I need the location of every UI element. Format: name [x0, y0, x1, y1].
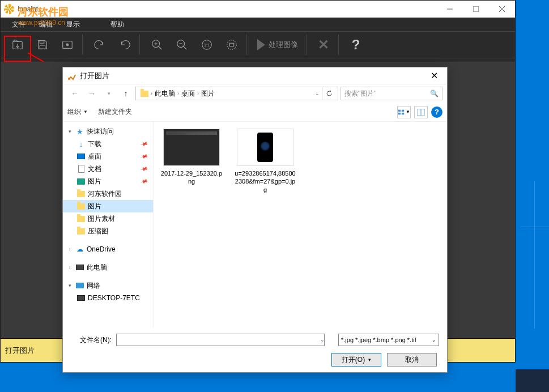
svg-point-21 — [68, 78, 70, 80]
file-list[interactable]: 2017-12-29_152320.png u=2932865174,88500… — [154, 122, 447, 328]
thumbnail — [237, 129, 293, 166]
cancel-button[interactable]: 取消 — [387, 353, 437, 367]
menu-file[interactable]: 文件 — [5, 18, 32, 31]
svg-rect-23 — [402, 109, 404, 111]
taskbar-fragment — [516, 369, 549, 392]
folder-icon — [141, 91, 148, 97]
filetype-combo[interactable]: *.jpg *.jpeg *.bmp *.png *.tif⌄ — [338, 334, 439, 346]
dialog-close-button[interactable]: ✕ — [421, 67, 447, 84]
star-icon: ★ — [75, 127, 84, 135]
clear-button[interactable]: ✕ — [312, 33, 335, 56]
breadcrumb-desktop[interactable]: 桌面 — [179, 89, 197, 99]
nav-recent-button[interactable]: ▾ — [101, 87, 116, 100]
save-button[interactable] — [31, 33, 54, 56]
minimize-button[interactable] — [437, 1, 463, 18]
tree-desktop7[interactable]: DESKTOP-7ETC — [63, 292, 153, 304]
refresh-button[interactable] — [322, 87, 335, 100]
svg-line-10 — [159, 46, 162, 50]
folder-icon — [77, 216, 85, 222]
organize-button[interactable]: 组织▼ — [67, 107, 88, 117]
svg-rect-5 — [40, 41, 44, 44]
file-item[interactable]: 2017-12-29_152320.png — [160, 129, 223, 186]
paint-icon — [67, 71, 76, 80]
undo-button[interactable] — [88, 33, 111, 56]
menu-help[interactable]: 帮助 — [104, 18, 131, 31]
tree-network[interactable]: ▾网络 — [63, 279, 153, 292]
tree-yasuo[interactable]: 压缩图 — [63, 225, 153, 237]
phone-image — [257, 133, 273, 162]
x-icon: ✕ — [318, 37, 329, 53]
menu-view[interactable]: 显示 — [59, 18, 87, 31]
nav-up-button[interactable]: ↑ — [118, 87, 133, 100]
svg-rect-24 — [398, 112, 401, 114]
breadcrumb-pc[interactable]: 此电脑 — [152, 89, 177, 99]
nav-back-button[interactable]: ← — [67, 87, 82, 100]
zoom-fit-button[interactable] — [220, 33, 243, 56]
svg-rect-6 — [40, 45, 45, 49]
pc-icon — [77, 295, 85, 301]
menu-edit[interactable]: 编辑 — [32, 18, 59, 31]
app-icon — [4, 4, 14, 14]
tree-onedrive[interactable]: ›☁OneDrive — [63, 243, 153, 255]
svg-point-8 — [66, 44, 69, 46]
nav-forward-button[interactable]: → — [84, 87, 99, 100]
dialog-title-bar: 打开图片 ✕ — [63, 67, 447, 84]
file-item[interactable]: u=2932865174,885002308&fm=27&gp=0.jpg — [234, 129, 296, 194]
onedrive-icon: ☁ — [75, 245, 84, 253]
open-button[interactable]: 打开(O)▾ — [331, 353, 381, 367]
filename-input[interactable] — [116, 334, 325, 346]
pc-icon — [76, 265, 84, 270]
tree-downloads[interactable]: ↓下载📌 — [63, 138, 153, 150]
menu-bar: 文件 编辑 显示 帮助 — [1, 18, 515, 31]
tree-documents[interactable]: 文档📌 — [63, 163, 153, 175]
tree-tupian[interactable]: 图片 — [63, 200, 153, 212]
svg-rect-22 — [398, 109, 401, 111]
search-icon: 🔍 — [430, 90, 439, 97]
zoom-actual-button[interactable]: 1:1 — [195, 33, 218, 56]
new-folder-button[interactable]: 新建文件夹 — [98, 107, 132, 117]
breadcrumb-pictures[interactable]: 图片 — [199, 89, 217, 99]
decorative-line — [534, 181, 535, 329]
svg-rect-1 — [473, 6, 479, 12]
address-bar[interactable]: › 此电脑 › 桌面 › 图片 ⌄ — [135, 87, 338, 100]
close-button[interactable] — [489, 1, 515, 18]
svg-rect-19 — [229, 43, 233, 46]
pictures-icon — [77, 178, 85, 185]
zoom-out-button[interactable] — [171, 33, 193, 56]
tree-desktop[interactable]: 桌面📌 — [63, 150, 153, 163]
zoom-in-button[interactable] — [146, 33, 168, 56]
svg-text:1:1: 1:1 — [204, 42, 210, 48]
search-input[interactable]: 搜索"图片" 🔍 — [341, 87, 442, 100]
address-bar-row: ← → ▾ ↑ › 此电脑 › 桌面 › 图片 ⌄ 搜索"图片" 🔍 — [63, 84, 447, 103]
folder-icon — [77, 228, 85, 235]
desktop-background — [516, 0, 549, 392]
tree-pictures[interactable]: 图片📌 — [63, 175, 153, 188]
tree-hedong[interactable]: 河东软件园 — [63, 188, 153, 200]
pin-icon: 📌 — [140, 140, 148, 148]
folder-icon — [77, 191, 85, 197]
process-button[interactable]: 处理图像 — [253, 33, 303, 56]
file-open-dialog: 打开图片 ✕ ← → ▾ ↑ › 此电脑 › 桌面 › 图片 ⌄ 搜索"图片" … — [62, 67, 448, 373]
title-bar: Inpaint — [1, 1, 515, 18]
maximize-button[interactable] — [463, 1, 489, 18]
view-mode-button[interactable]: ▼ — [397, 106, 411, 118]
chevron-down-icon[interactable]: ⌄ — [315, 91, 320, 96]
app-title: Inpaint — [18, 5, 38, 13]
document-icon — [78, 165, 84, 173]
svg-point-18 — [227, 40, 237, 50]
redo-button[interactable] — [113, 33, 136, 56]
help-button[interactable]: ? — [344, 33, 367, 56]
tree-thispc[interactable]: ›此电脑 — [63, 261, 153, 274]
file-name: u=2932865174,885002308&fm=27&gp=0.jpg — [234, 169, 296, 194]
help-button[interactable]: ? — [431, 106, 442, 118]
svg-line-14 — [184, 46, 187, 50]
annotation-highlight — [4, 36, 31, 62]
view-button[interactable] — [56, 33, 79, 56]
toolbar: 1:1 处理图像 ✕ ? — [1, 31, 515, 58]
tree-tpsc[interactable]: 图片素材 — [63, 212, 153, 225]
chevron-down-icon: ⌄ — [432, 337, 436, 343]
preview-pane-button[interactable] — [414, 106, 428, 118]
sidebar-tree: ▾★快速访问 ↓下载📌 桌面📌 文档📌 图片📌 河东软件园 图片 图片素材 压缩… — [63, 122, 154, 328]
pin-icon: 📌 — [140, 152, 148, 160]
tree-quick-access[interactable]: ▾★快速访问 — [63, 125, 153, 138]
